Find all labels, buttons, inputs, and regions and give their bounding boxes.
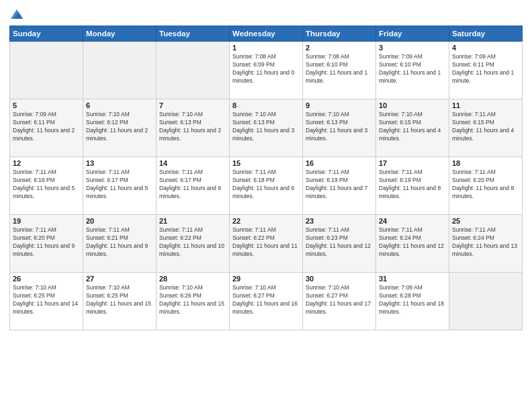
calendar-cell (83, 42, 157, 99)
calendar-cell: 22Sunrise: 7:11 AM Sunset: 6:22 PM Dayli… (230, 215, 303, 273)
day-info: Sunrise: 7:09 AM Sunset: 6:28 PM Dayligh… (379, 284, 446, 316)
day-number: 31 (379, 275, 446, 283)
day-info: Sunrise: 7:10 AM Sunset: 6:13 PM Dayligh… (232, 111, 300, 143)
calendar-cell: 25Sunrise: 7:11 AM Sunset: 6:24 PM Dayli… (449, 215, 523, 273)
day-number: 3 (379, 44, 446, 52)
weekday-header-monday: Monday (83, 26, 157, 42)
calendar-cell: 18Sunrise: 7:11 AM Sunset: 6:20 PM Dayli… (449, 157, 523, 215)
calendar-cell: 23Sunrise: 7:11 AM Sunset: 6:23 PM Dayli… (303, 215, 376, 273)
weekday-header-wednesday: Wednesday (230, 26, 303, 42)
day-info: Sunrise: 7:08 AM Sunset: 6:10 PM Dayligh… (306, 53, 373, 85)
day-info: Sunrise: 7:11 AM Sunset: 6:17 PM Dayligh… (159, 169, 226, 201)
calendar-cell: 31Sunrise: 7:09 AM Sunset: 6:28 PM Dayli… (376, 273, 449, 330)
day-number: 1 (232, 44, 300, 52)
calendar-cell: 4Sunrise: 7:09 AM Sunset: 6:11 PM Daylig… (449, 42, 523, 99)
day-info: Sunrise: 7:10 AM Sunset: 6:15 PM Dayligh… (379, 111, 446, 143)
day-info: Sunrise: 7:11 AM Sunset: 6:19 PM Dayligh… (379, 169, 446, 201)
day-number: 2 (306, 44, 373, 52)
day-info: Sunrise: 7:11 AM Sunset: 6:18 PM Dayligh… (232, 169, 300, 201)
day-number: 24 (379, 217, 446, 225)
day-number: 15 (232, 159, 300, 167)
calendar-cell: 1Sunrise: 7:08 AM Sunset: 6:09 PM Daylig… (230, 42, 303, 99)
calendar-cell: 7Sunrise: 7:10 AM Sunset: 6:13 PM Daylig… (157, 99, 230, 157)
calendar-cell (10, 42, 83, 99)
calendar-cell: 9Sunrise: 7:10 AM Sunset: 6:13 PM Daylig… (303, 99, 376, 157)
day-info: Sunrise: 7:10 AM Sunset: 6:27 PM Dayligh… (232, 284, 300, 316)
day-info: Sunrise: 7:11 AM Sunset: 6:22 PM Dayligh… (232, 226, 300, 259)
day-info: Sunrise: 7:10 AM Sunset: 6:12 PM Dayligh… (86, 111, 153, 143)
weekday-header-tuesday: Tuesday (157, 26, 230, 42)
calendar-cell (157, 42, 230, 99)
calendar-cell: 16Sunrise: 7:11 AM Sunset: 6:19 PM Dayli… (303, 157, 376, 215)
day-info: Sunrise: 7:09 AM Sunset: 6:11 PM Dayligh… (452, 53, 519, 85)
logo-area (9, 7, 30, 21)
calendar-cell: 11Sunrise: 7:11 AM Sunset: 6:15 PM Dayli… (449, 99, 523, 157)
day-info: Sunrise: 7:11 AM Sunset: 6:23 PM Dayligh… (306, 226, 373, 259)
day-number: 8 (232, 101, 300, 109)
weekday-header-saturday: Saturday (449, 26, 523, 42)
logo (9, 7, 30, 21)
calendar-cell: 6Sunrise: 7:10 AM Sunset: 6:12 PM Daylig… (83, 99, 157, 157)
calendar-cell: 3Sunrise: 7:09 AM Sunset: 6:10 PM Daylig… (376, 42, 449, 99)
day-number: 13 (86, 159, 153, 167)
calendar-cell: 10Sunrise: 7:10 AM Sunset: 6:15 PM Dayli… (376, 99, 449, 157)
day-info: Sunrise: 7:11 AM Sunset: 6:24 PM Dayligh… (379, 226, 446, 259)
calendar-cell: 17Sunrise: 7:11 AM Sunset: 6:19 PM Dayli… (376, 157, 449, 215)
day-info: Sunrise: 7:11 AM Sunset: 6:22 PM Dayligh… (159, 226, 226, 259)
calendar-cell: 8Sunrise: 7:10 AM Sunset: 6:13 PM Daylig… (230, 99, 303, 157)
day-number: 26 (13, 275, 80, 283)
calendar-cell: 29Sunrise: 7:10 AM Sunset: 6:27 PM Dayli… (230, 273, 303, 330)
calendar-cell: 12Sunrise: 7:11 AM Sunset: 6:16 PM Dayli… (10, 157, 83, 215)
day-info: Sunrise: 7:11 AM Sunset: 6:24 PM Dayligh… (452, 226, 519, 259)
day-info: Sunrise: 7:11 AM Sunset: 6:17 PM Dayligh… (86, 169, 153, 201)
calendar-cell: 19Sunrise: 7:11 AM Sunset: 6:20 PM Dayli… (10, 215, 83, 273)
weekday-header-thursday: Thursday (303, 26, 376, 42)
calendar-cell: 28Sunrise: 7:10 AM Sunset: 6:26 PM Dayli… (157, 273, 230, 330)
day-info: Sunrise: 7:10 AM Sunset: 6:26 PM Dayligh… (159, 284, 226, 316)
day-number: 28 (159, 275, 226, 283)
page-header (9, 7, 523, 21)
day-info: Sunrise: 7:10 AM Sunset: 6:13 PM Dayligh… (159, 111, 226, 143)
calendar-cell: 5Sunrise: 7:09 AM Sunset: 6:11 PM Daylig… (10, 99, 83, 157)
day-info: Sunrise: 7:11 AM Sunset: 6:19 PM Dayligh… (306, 169, 373, 201)
calendar-cell: 30Sunrise: 7:10 AM Sunset: 6:27 PM Dayli… (303, 273, 376, 330)
calendar-cell: 24Sunrise: 7:11 AM Sunset: 6:24 PM Dayli… (376, 215, 449, 273)
day-number: 12 (13, 159, 80, 167)
day-info: Sunrise: 7:10 AM Sunset: 6:25 PM Dayligh… (13, 284, 80, 316)
calendar-cell: 13Sunrise: 7:11 AM Sunset: 6:17 PM Dayli… (83, 157, 157, 215)
calendar-cell (449, 273, 523, 330)
day-info: Sunrise: 7:11 AM Sunset: 6:21 PM Dayligh… (86, 226, 153, 259)
day-number: 4 (452, 44, 519, 52)
day-info: Sunrise: 7:11 AM Sunset: 6:20 PM Dayligh… (452, 169, 519, 201)
day-info: Sunrise: 7:10 AM Sunset: 6:25 PM Dayligh… (86, 284, 153, 316)
day-number: 25 (452, 217, 519, 225)
day-number: 17 (379, 159, 446, 167)
day-info: Sunrise: 7:09 AM Sunset: 6:10 PM Dayligh… (379, 53, 446, 85)
day-number: 7 (159, 101, 226, 109)
calendar-cell: 27Sunrise: 7:10 AM Sunset: 6:25 PM Dayli… (83, 273, 157, 330)
day-info: Sunrise: 7:09 AM Sunset: 6:11 PM Dayligh… (13, 111, 80, 143)
day-number: 27 (86, 275, 153, 283)
day-info: Sunrise: 7:08 AM Sunset: 6:09 PM Dayligh… (232, 53, 300, 85)
day-number: 10 (379, 101, 446, 109)
day-number: 16 (306, 159, 373, 167)
day-info: Sunrise: 7:11 AM Sunset: 6:15 PM Dayligh… (452, 111, 519, 143)
calendar-cell: 20Sunrise: 7:11 AM Sunset: 6:21 PM Dayli… (83, 215, 157, 273)
day-number: 23 (306, 217, 373, 225)
calendar-cell: 15Sunrise: 7:11 AM Sunset: 6:18 PM Dayli… (230, 157, 303, 215)
calendar-cell: 2Sunrise: 7:08 AM Sunset: 6:10 PM Daylig… (303, 42, 376, 99)
day-info: Sunrise: 7:11 AM Sunset: 6:20 PM Dayligh… (13, 226, 80, 259)
day-number: 14 (159, 159, 226, 167)
day-info: Sunrise: 7:10 AM Sunset: 6:27 PM Dayligh… (306, 284, 373, 316)
day-number: 11 (452, 101, 519, 109)
day-number: 18 (452, 159, 519, 167)
day-info: Sunrise: 7:10 AM Sunset: 6:13 PM Dayligh… (306, 111, 373, 143)
day-number: 22 (232, 217, 300, 225)
day-number: 29 (232, 275, 300, 283)
logo-icon (9, 7, 24, 21)
day-number: 19 (13, 217, 80, 225)
day-number: 6 (86, 101, 153, 109)
calendar-cell: 21Sunrise: 7:11 AM Sunset: 6:22 PM Dayli… (157, 215, 230, 273)
day-number: 20 (86, 217, 153, 225)
day-number: 21 (159, 217, 226, 225)
